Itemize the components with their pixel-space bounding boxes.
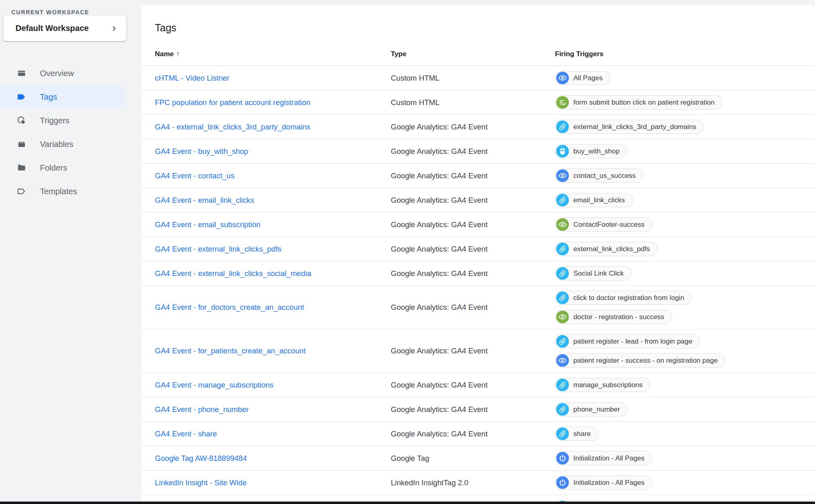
sidebar-item-templates[interactable]: Templates — [0, 180, 127, 203]
firing-triggers-cell: Initialization - All Pages — [555, 446, 815, 470]
sidebar-item-variables[interactable]: Variables — [0, 132, 127, 156]
trigger-pill[interactable]: Social Link Click — [555, 266, 632, 280]
trigger-label: manage_subscriptions — [573, 381, 643, 389]
sidebar-item-triggers[interactable]: Triggers — [0, 109, 127, 132]
tag-name-link[interactable]: GA4 Event - manage_subscriptions — [155, 381, 273, 389]
trigger-eye-icon — [556, 169, 569, 182]
trigger-pill[interactable]: patient register - lead - from login pag… — [555, 334, 700, 348]
trigger-pill[interactable]: external_link_clicks_3rd_party_domains — [555, 120, 704, 134]
trigger-pill[interactable]: form submit button click on patient regi… — [555, 95, 722, 110]
trigger-label: phone_number — [573, 405, 620, 414]
trigger-power-icon — [556, 452, 569, 465]
firing-triggers-cell: share — [555, 422, 815, 446]
sidebar: CURRENT WORKSPACE Default Workspace Over… — [0, 0, 127, 502]
table-row: GA4 Event - external_link_clicks_social_… — [141, 261, 815, 286]
trigger-link-icon — [556, 243, 569, 255]
trigger-label: patient register - success - on registra… — [573, 357, 718, 365]
table-row: LinkedIn Insight - Site WideLinkedIn Ins… — [141, 471, 815, 495]
tag-name-link[interactable]: GA4 Event - contact_us — [155, 171, 234, 180]
firing-triggers-cell: manage_subscriptions — [555, 373, 815, 397]
tag-name-link[interactable]: GA4 Event - for_patients_create_an_accou… — [155, 346, 306, 355]
trigger-pill[interactable]: manage_subscriptions — [555, 378, 650, 392]
trigger-link-icon — [556, 427, 569, 440]
tag-name-link[interactable]: GA4 Event - buy_with_shop — [155, 147, 248, 156]
table-row: GA4 Event - email_subscriptionGoogle Ana… — [141, 213, 815, 237]
workspace-selector[interactable]: Default Workspace — [3, 15, 126, 41]
table-row: GA4 Event - buy_with_shopGoogle Analytic… — [141, 139, 815, 164]
sort-ascending-icon: ↑ — [176, 50, 180, 58]
trigger-pill[interactable]: click to doctor registration from login — [555, 291, 692, 305]
trigger-label: external_link_clicks_3rd_party_domains — [573, 123, 696, 131]
tag-type: LinkedIn InsightTag 2.0 — [391, 478, 468, 487]
trigger-pill[interactable]: Initialization - All Pages — [555, 476, 652, 490]
trigger-pill[interactable]: patient register - success - on registra… — [555, 353, 725, 368]
firing-triggers-cell: buy_with_shop — [555, 139, 815, 163]
tag-type: Google Analytics: GA4 Event — [391, 269, 488, 278]
table-row: FPC population for patient account regis… — [141, 90, 815, 115]
firing-triggers-cell: gtm.click — [555, 495, 815, 502]
sidebar-item-label: Folders — [40, 163, 67, 173]
table-row: GA4 Event - phone_numberGoogle Analytics… — [141, 397, 815, 422]
column-header-firing-triggers[interactable]: Firing Triggers — [555, 50, 815, 58]
column-header-name[interactable]: Name↑ — [155, 50, 391, 58]
trigger-pill[interactable]: buy_with_shop — [555, 144, 627, 158]
trigger-label: Social Link Click — [573, 270, 624, 278]
trigger-pill[interactable]: contact_us_success — [555, 169, 643, 183]
tag-type: Google Analytics: GA4 Event — [391, 381, 488, 389]
table-row: cHTML - Video ListnerCustom HTMLAll Page… — [141, 66, 815, 90]
firing-triggers-cell: patient register - lead - from login pag… — [555, 329, 815, 373]
sidebar-item-tags[interactable]: Tags — [0, 85, 127, 109]
tag-name-link[interactable]: GA4 Event - external_link_clicks_pdfs — [155, 245, 282, 253]
tag-name-link[interactable]: GA4 Event - share — [155, 429, 217, 438]
trigger-pill[interactable]: Initialization - All Pages — [555, 451, 652, 465]
table-row: GA4 Event - manage_subscriptionsGoogle A… — [141, 373, 815, 397]
sidebar-item-folders[interactable]: Folders — [0, 156, 127, 180]
tag-name-link[interactable]: GA4 Event - external_link_clicks_social_… — [155, 269, 311, 278]
trigger-label: form submit button click on patient regi… — [573, 99, 715, 107]
tag-type: Google Analytics: GA4 Event — [391, 123, 488, 131]
tag-name-link[interactable]: FPC population for patient account regis… — [155, 98, 311, 107]
firing-triggers-cell: Social Link Click — [555, 261, 815, 285]
tag-type: Google Analytics: GA4 Event — [391, 303, 488, 311]
trigger-link-icon — [556, 194, 569, 206]
workspace-name: Default Workspace — [15, 24, 89, 33]
tag-type: Google Analytics: GA4 Event — [391, 220, 488, 229]
table-header: Name↑ Type Firing Triggers — [141, 43, 815, 66]
trigger-label: ContactFooter-success — [573, 221, 645, 229]
trigger-mouse-icon — [556, 145, 569, 158]
trigger-link-icon — [556, 121, 569, 133]
table-row: Google Tag AW-818899484Google TagInitial… — [141, 446, 815, 471]
tag-name-link[interactable]: GA4 Event - email_subscription — [155, 220, 260, 229]
trigger-label: All Pages — [573, 74, 603, 82]
table-row: GA4 Event - external_link_clicks_pdfsGoo… — [141, 237, 815, 261]
trigger-form-icon — [556, 96, 569, 109]
tag-type: Custom HTML — [391, 98, 439, 107]
table-row: listnerCustom HTMLgtm.click — [141, 495, 815, 502]
tag-type: Google Analytics: GA4 Event — [391, 405, 488, 414]
column-header-type[interactable]: Type — [391, 50, 555, 58]
sidebar-item-overview[interactable]: Overview — [0, 61, 127, 85]
tag-name-link[interactable]: cHTML - Video Listner — [155, 74, 229, 82]
tags-table-body: cHTML - Video ListnerCustom HTMLAll Page… — [141, 66, 815, 502]
trigger-pill[interactable]: share — [555, 427, 599, 441]
trigger-label: share — [573, 430, 591, 438]
tag-icon — [16, 92, 27, 102]
trigger-pill[interactable]: ContactFooter-success — [555, 217, 652, 232]
trigger-eye-icon — [556, 311, 569, 323]
trigger-label: patient register - lead - from login pag… — [573, 337, 692, 346]
trigger-power-icon — [556, 476, 569, 489]
tag-name-link[interactable]: LinkedIn Insight - Site Wide — [155, 478, 247, 487]
trigger-pill[interactable]: phone_number — [555, 402, 628, 416]
tag-name-link[interactable]: GA4 Event - phone_number — [155, 405, 249, 414]
trigger-pill[interactable]: All Pages — [555, 71, 610, 85]
table-row: GA4 Event - for_doctors_create_an_accoun… — [141, 286, 815, 329]
tag-name-link[interactable]: GA4 Event - email_link_clicks — [155, 196, 254, 204]
tag-name-link[interactable]: GA4 - external_link_clicks_3rd_party_dom… — [155, 123, 311, 131]
trigger-eye-icon — [556, 354, 569, 367]
folder-icon — [16, 162, 27, 173]
trigger-pill[interactable]: doctor - registration - success — [555, 310, 672, 324]
trigger-pill[interactable]: email_link_clicks — [555, 193, 633, 207]
tag-name-link[interactable]: GA4 Event - for_doctors_create_an_accoun… — [155, 303, 304, 311]
trigger-pill[interactable]: external_link_clicks_pdfs — [555, 242, 658, 256]
tag-name-link[interactable]: Google Tag AW-818899484 — [155, 454, 247, 462]
